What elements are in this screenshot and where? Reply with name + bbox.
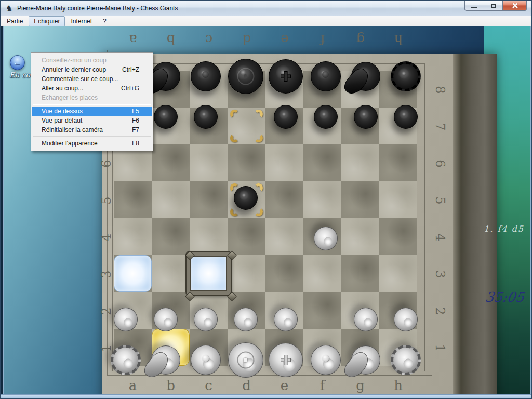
file-label-bottom-h: h bbox=[392, 378, 405, 393]
piece-white-rook-a1[interactable] bbox=[111, 345, 141, 375]
rank-label-right-7: 7 bbox=[433, 121, 447, 133]
menu-item-label: Vue de dessus bbox=[42, 108, 83, 115]
piece-white-bishop-c1[interactable] bbox=[191, 345, 221, 375]
window-title: Pierre-Marie Baty contre Pierre-Marie Ba… bbox=[17, 1, 178, 16]
file-label-top-c: c bbox=[203, 32, 215, 47]
rank-label-right-3: 3 bbox=[433, 268, 447, 281]
piece-black-bishop-c8[interactable] bbox=[191, 61, 221, 91]
menu-item-label: Annuler le dernier coup bbox=[42, 66, 106, 73]
piece-white-knight-g1[interactable] bbox=[351, 345, 380, 375]
close-button[interactable] bbox=[503, 1, 527, 11]
move-list: 1. f4 d5 bbox=[484, 224, 524, 234]
rank-label-left-4: 4 bbox=[99, 231, 114, 244]
menu-item-conseillez-moi-un-coup[interactable]: Conseillez-moi un coup bbox=[32, 56, 152, 65]
file-label-bottom-d: d bbox=[241, 378, 253, 393]
piece-white-pawn-d2[interactable] bbox=[234, 308, 258, 331]
file-label-bottom-c: c bbox=[203, 378, 215, 393]
menubar-item-partie[interactable]: Partie bbox=[2, 16, 28, 26]
piece-white-pawn-e2[interactable] bbox=[274, 308, 298, 331]
piece-white-queen-d1[interactable] bbox=[228, 342, 263, 378]
file-label-bottom-a: a bbox=[127, 378, 139, 393]
piece-white-rook-h1[interactable] bbox=[391, 345, 421, 375]
menu-item-modifier-l-apparence[interactable]: Modifier l'apparenceF8 bbox=[32, 139, 152, 148]
menu-item-r-initialiser-la-cam-ra[interactable]: Réinitialiser la caméraF7 bbox=[32, 125, 152, 135]
piece-black-bishop-f8[interactable] bbox=[311, 61, 341, 91]
piece-white-pawn-f4[interactable] bbox=[314, 227, 338, 250]
cursor-square-c3[interactable] bbox=[187, 252, 231, 295]
move-target-square-a3[interactable] bbox=[114, 255, 152, 292]
menu-item-label: Modifier l'apparence bbox=[42, 140, 98, 147]
app-window: aabbccddeeffgghh1122334455667788 ← En co… bbox=[0, 0, 532, 399]
window-controls bbox=[464, 1, 527, 11]
game-clock: 35:05 bbox=[484, 289, 525, 305]
file-label-top-b: b bbox=[165, 32, 177, 47]
file-label-top-a: a bbox=[127, 32, 139, 47]
menu-item-shortcut: Ctrl+G bbox=[121, 84, 139, 93]
menu-item-shortcut: F7 bbox=[132, 125, 139, 135]
piece-black-king-e8[interactable] bbox=[269, 59, 303, 94]
rank-label-left-3: 3 bbox=[99, 268, 114, 281]
menu-item-shortcut: Ctrl+Z bbox=[122, 65, 139, 74]
menu-bar: Partie Echiquier Internet ? bbox=[1, 16, 532, 26]
piece-black-queen-d8[interactable] bbox=[228, 59, 263, 94]
piece-white-pawn-a2[interactable] bbox=[114, 308, 138, 331]
client-area: aabbccddeeffgghh1122334455667788 ← En co… bbox=[3, 26, 531, 394]
file-label-bottom-b: b bbox=[165, 378, 177, 393]
menu-item-echanger-les-places[interactable]: Echanger les places bbox=[32, 93, 152, 102]
piece-white-pawn-h2[interactable] bbox=[394, 308, 418, 331]
menu-item-label: Conseillez-moi un coup bbox=[42, 57, 107, 64]
file-label-bottom-f: f bbox=[316, 378, 329, 393]
piece-black-knight-g8[interactable] bbox=[351, 62, 380, 91]
file-label-top-d: d bbox=[241, 32, 253, 47]
file-label-top-h: h bbox=[392, 32, 405, 47]
menu-item-label: Vue par défaut bbox=[42, 117, 82, 124]
piece-black-knight-b8[interactable] bbox=[151, 62, 180, 91]
back-button[interactable]: ← bbox=[10, 55, 25, 70]
piece-white-bishop-f1[interactable] bbox=[311, 345, 341, 375]
back-arrow-icon: ← bbox=[13, 58, 22, 67]
app-icon: ♞ bbox=[6, 4, 12, 13]
menu-item-label: Commentaire sur ce coup... bbox=[42, 75, 118, 83]
rank-label-left-2: 2 bbox=[99, 305, 114, 317]
piece-black-rook-h8[interactable] bbox=[391, 61, 421, 91]
piece-white-pawn-g2[interactable] bbox=[354, 308, 378, 331]
piece-black-pawn-b7[interactable] bbox=[154, 105, 178, 129]
piece-white-pawn-c2[interactable] bbox=[194, 308, 218, 331]
close-icon bbox=[512, 3, 518, 9]
piece-black-pawn-c7[interactable] bbox=[194, 105, 218, 129]
rank-label-left-5: 5 bbox=[99, 194, 114, 207]
menu-item-commentaire-sur-ce-coup[interactable]: Commentaire sur ce coup... bbox=[32, 74, 152, 84]
menu-item-aller-au-coup[interactable]: Aller au coup...Ctrl+G bbox=[32, 84, 152, 93]
menu-item-annuler-le-dernier-coup[interactable]: Annuler le dernier coupCtrl+Z bbox=[32, 65, 152, 74]
menu-item-vue-de-dessus[interactable]: Vue de dessusF5 bbox=[32, 107, 152, 116]
window-bottom-border bbox=[1, 394, 532, 399]
menu-item-label: Echanger les places bbox=[42, 94, 98, 101]
file-label-bottom-g: g bbox=[354, 378, 367, 393]
gold-corner-icon bbox=[254, 134, 263, 142]
last-move-marker-d7 bbox=[228, 108, 265, 144]
menu-item-vue-par-d-faut[interactable]: Vue par défautF6 bbox=[32, 116, 152, 125]
menu-item-shortcut: F8 bbox=[132, 139, 139, 148]
menubar-item-help[interactable]: ? bbox=[98, 16, 112, 26]
piece-black-pawn-e7[interactable] bbox=[274, 105, 298, 129]
rank-label-right-8: 8 bbox=[433, 84, 447, 96]
piece-black-pawn-h7[interactable] bbox=[394, 105, 418, 129]
piece-white-king-e1[interactable] bbox=[269, 343, 303, 377]
piece-white-pawn-b2[interactable] bbox=[154, 308, 178, 331]
piece-white-knight-b1[interactable] bbox=[151, 345, 180, 375]
file-label-bottom-e: e bbox=[278, 378, 291, 393]
maximize-icon bbox=[491, 4, 496, 8]
menubar-item-echiquier[interactable]: Echiquier bbox=[29, 16, 65, 26]
menubar-item-internet[interactable]: Internet bbox=[65, 16, 97, 26]
menu-separator bbox=[33, 104, 151, 105]
piece-black-pawn-d5[interactable] bbox=[234, 186, 258, 210]
piece-black-pawn-f7[interactable] bbox=[314, 105, 338, 129]
maximize-button[interactable] bbox=[484, 1, 503, 11]
rank-label-right-6: 6 bbox=[433, 157, 447, 170]
gold-corner-icon bbox=[230, 207, 239, 216]
title-bar[interactable]: ♞ Pierre-Marie Baty contre Pierre-Marie … bbox=[1, 1, 531, 16]
file-label-top-f: f bbox=[316, 32, 329, 47]
file-label-top-g: g bbox=[354, 32, 367, 47]
piece-black-pawn-g7[interactable] bbox=[354, 105, 378, 129]
minimize-button[interactable] bbox=[464, 1, 484, 11]
